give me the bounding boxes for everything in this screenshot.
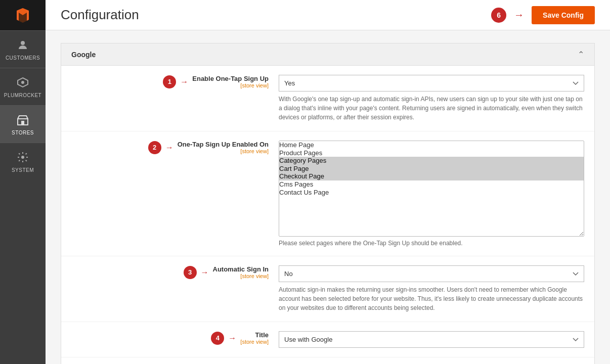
page-title: Configuration [61, 7, 139, 23]
plumrocket-icon [16, 75, 30, 89]
sidebar-item-customers[interactable]: CUSTOMERS [0, 30, 46, 68]
value-col-4: Use with Google Sign in with Google Cont… [279, 331, 584, 348]
system-icon [16, 150, 30, 164]
enable-one-tap-select[interactable]: Yes No [279, 75, 584, 92]
listbox-option-category[interactable]: Category Pages [279, 157, 584, 165]
enable-one-tap-help: With Google's one tap sign-up and automa… [279, 95, 584, 122]
step-6-badge: 6 [491, 8, 506, 23]
automatic-sign-in-sub: [store view] [213, 273, 269, 279]
field-title: 4 → Title [store view] Use with Google S… [61, 322, 594, 357]
badge-group-1: 1 → Enable One-Tap Sign Up [store view] [163, 75, 269, 88]
sidebar-item-stores[interactable]: STORES [0, 105, 46, 143]
top-header: Configuration 6 → Save Config [46, 0, 610, 30]
one-tap-enabled-on-label: One-Tap Sign Up Enabled On [178, 141, 269, 148]
title-select[interactable]: Use with Google Sign in with Google Cont… [279, 331, 584, 348]
section-header[interactable]: Google ⌃ [61, 43, 594, 66]
badge-3: 3 [184, 266, 197, 279]
badge-2: 2 [148, 141, 161, 154]
field-label-3: Automatic Sign In [store view] [213, 265, 269, 279]
magento-logo-icon [13, 5, 33, 25]
field-label-1: Enable One-Tap Sign Up [store view] [192, 75, 269, 88]
badge-1: 1 [163, 75, 176, 88]
badge-arrow-1: → [180, 77, 188, 86]
automatic-sign-in-select[interactable]: No Yes [279, 265, 584, 282]
listbox-option-home[interactable]: Home Page [279, 141, 584, 149]
badge-arrow-3: → [201, 268, 209, 277]
title-sub: [store view] [240, 339, 269, 345]
field-enable-one-tap: 1 → Enable One-Tap Sign Up [store view] … [61, 66, 594, 131]
listbox-option-contact[interactable]: Contact Us Page [279, 189, 584, 197]
badge-group-3: 3 → Automatic Sign In [store view] [184, 265, 269, 279]
sidebar-item-system[interactable]: SYSTEM [0, 143, 46, 180]
main-area: Configuration 6 → Save Config Google ⌃ 1… [46, 0, 610, 364]
svg-rect-7 [21, 121, 24, 125]
field-automatic-sign-in: 3 → Automatic Sign In [store view] No Ye… [61, 256, 594, 322]
step-arrow-icon: → [514, 9, 524, 21]
content-area: Google ⌃ 1 → Enable One-Tap Sign Up [sto… [46, 30, 610, 364]
stores-icon [16, 113, 30, 127]
automatic-sign-in-label: Automatic Sign In [213, 265, 269, 273]
value-col-1: Yes No With Google's one tap sign-up and… [279, 75, 584, 122]
listbox-option-product[interactable]: Product Pages [279, 149, 584, 157]
listbox-option-checkout[interactable]: Checkout Page [279, 172, 584, 180]
google-section: Google ⌃ 1 → Enable One-Tap Sign Up [sto… [61, 43, 595, 364]
badge-4: 4 [211, 332, 224, 345]
one-tap-enabled-on-sub: [store view] [178, 148, 269, 154]
badge-group-2: 2 → One-Tap Sign Up Enabled On [store vi… [148, 141, 269, 154]
sidebar-item-customers-label: CUSTOMERS [6, 55, 40, 61]
enable-one-tap-select-wrapper: Yes No [279, 75, 584, 92]
listbox-option-cart[interactable]: Cart Page [279, 165, 584, 173]
svg-point-3 [21, 41, 25, 45]
enable-one-tap-sub: [store view] [192, 82, 269, 88]
badge-arrow-2: → [165, 143, 173, 152]
sidebar-item-plumrocket[interactable]: PLUMROCKET [0, 68, 46, 105]
enable-one-tap-label: Enable One-Tap Sign Up [192, 75, 269, 82]
field-label-4: Title [store view] [240, 331, 269, 345]
label-col-3: 3 → Automatic Sign In [store view] [61, 265, 279, 279]
title-select-wrapper: Use with Google Sign in with Google Cont… [279, 331, 584, 348]
label-col-4: 4 → Title [store view] [61, 331, 279, 345]
header-right: 6 → Save Config [491, 6, 595, 24]
field-label-2: One-Tap Sign Up Enabled On [store view] [178, 141, 269, 154]
one-tap-enabled-on-help: Please select pages where the One-Tap Si… [279, 240, 584, 247]
badge-group-4: 4 → Title [store view] [211, 331, 269, 345]
customers-icon [16, 38, 30, 52]
field-prompt-position: 5 → Prompt Position [store view] By defa… [61, 357, 594, 364]
value-col-3: No Yes Automatic sign-in makes the retur… [279, 265, 584, 312]
automatic-sign-in-help: Automatic sign-in makes the returning us… [279, 285, 584, 312]
save-config-button[interactable]: Save Config [532, 6, 595, 24]
sidebar-item-system-label: SYSTEM [12, 167, 34, 173]
sidebar-item-stores-label: STORES [12, 130, 34, 135]
one-tap-enabled-on-listbox[interactable]: Home Page Product Pages Category Pages C… [279, 141, 584, 237]
label-col-1: 1 → Enable One-Tap Sign Up [store view] [61, 75, 279, 88]
title-label: Title [255, 331, 269, 339]
collapse-icon: ⌃ [578, 50, 584, 59]
listbox-option-cms[interactable]: Cms Pages [279, 180, 584, 189]
field-one-tap-enabled-on: 2 → One-Tap Sign Up Enabled On [store vi… [61, 131, 594, 256]
sidebar: CUSTOMERS PLUMROCKET STORES SYSTEM [0, 0, 46, 364]
svg-marker-2 [19, 8, 27, 23]
badge-arrow-4: → [228, 334, 236, 343]
svg-point-5 [21, 81, 24, 84]
automatic-sign-in-select-wrapper: No Yes [279, 265, 584, 282]
section-title: Google [71, 51, 96, 59]
value-col-2: Home Page Product Pages Category Pages C… [279, 141, 584, 247]
sidebar-logo [0, 0, 46, 30]
label-col-2: 2 → One-Tap Sign Up Enabled On [store vi… [61, 141, 279, 154]
sidebar-item-plumrocket-label: PLUMROCKET [4, 93, 41, 98]
svg-point-8 [21, 156, 24, 159]
